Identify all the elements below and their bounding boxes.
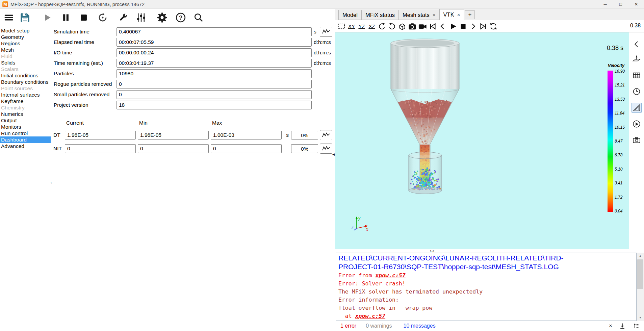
sidebar-item-point-sources[interactable]: Point sources (0, 85, 51, 92)
plot-dt-button[interactable] (320, 130, 332, 140)
rogue-particles-field[interactable] (117, 80, 312, 88)
tab-close-icon[interactable]: × (457, 12, 460, 18)
settings-button[interactable] (156, 10, 168, 25)
particles-field[interactable] (117, 69, 312, 78)
minimize-button[interactable]: ─ (597, 0, 613, 8)
sidebar-item-mesh[interactable]: Mesh (0, 47, 51, 53)
help-button[interactable]: ? (175, 10, 187, 25)
tab-close-icon[interactable]: × (433, 12, 436, 18)
small-particles-field[interactable] (117, 90, 312, 99)
elapsed-real-time-field[interactable] (117, 38, 312, 47)
view-xz-button[interactable]: XZ (367, 22, 377, 31)
play-animation-button[interactable] (448, 22, 458, 31)
sidebar-item-chemistry[interactable]: Chemistry (0, 104, 51, 111)
sidebar-item-run-control[interactable]: Run control (0, 130, 51, 136)
animate-button[interactable] (632, 119, 642, 129)
plot-simulation-time-button[interactable] (320, 27, 332, 37)
error-source-link[interactable]: xpow.c:57 (375, 272, 405, 279)
tab-mesh-stats[interactable]: Mesh stats× (398, 10, 440, 20)
dt-max-field[interactable] (211, 131, 282, 139)
console-scrollbar[interactable]: ▲ ▼ (637, 253, 644, 321)
fit-view-button[interactable] (337, 22, 346, 31)
build-button[interactable] (118, 10, 128, 25)
search-button[interactable] (193, 10, 204, 25)
plot-nit-button[interactable] (320, 144, 332, 154)
tab-vtk[interactable]: VTK× (439, 9, 464, 20)
sidebar-splitter[interactable]: ‹ (51, 26, 53, 331)
menu-button[interactable] (3, 10, 15, 25)
stop-animation-button[interactable] (458, 22, 468, 31)
screenshot-button[interactable] (408, 22, 417, 31)
view-xy-button[interactable]: XY (347, 22, 356, 31)
first-frame-button[interactable] (428, 22, 437, 31)
window-title: MFiX-SQP - hopper-SQP-test.mfx, RUNNING,… (10, 2, 145, 7)
rotate-left-button[interactable] (377, 22, 387, 31)
vtk-viewport[interactable]: 0.38 s Velocity 16.90 15.21 13.53 11.84 … (335, 32, 629, 249)
slice-plane-button[interactable] (632, 54, 642, 64)
scroll-to-top-button[interactable] (633, 323, 639, 329)
measure-button[interactable] (632, 103, 642, 113)
sidebar-item-initial-conditions[interactable]: Initial conditions (0, 72, 51, 79)
sidebar-collapse-handle[interactable]: ‹ (51, 180, 52, 184)
last-frame-button[interactable] (479, 22, 488, 31)
stat-table-header: Current Min Max (53, 120, 332, 126)
collapse-side-panel-button[interactable] (632, 39, 642, 49)
record-video-button[interactable] (418, 22, 427, 31)
scroll-down-button[interactable]: ▼ (637, 314, 644, 321)
sidebar-item-geometry[interactable]: Geometry (0, 34, 51, 40)
save-log-button[interactable] (619, 323, 626, 329)
close-button[interactable]: × (628, 0, 644, 8)
scrollbar-track[interactable] (637, 259, 644, 314)
sidebar-item-boundary-conditions[interactable]: Boundary conditions (0, 79, 51, 85)
pause-button[interactable] (60, 10, 71, 25)
simulation-time-field[interactable] (117, 27, 312, 36)
scroll-up-button[interactable]: ▲ (637, 253, 644, 259)
parameters-button[interactable] (135, 10, 147, 25)
maximize-button[interactable]: □ (613, 0, 628, 8)
panel-splitter[interactable]: ◀ (332, 9, 335, 331)
stop-button[interactable] (79, 10, 88, 25)
sidebar-item-advanced[interactable]: Advanced (0, 143, 51, 149)
nit-min-field[interactable] (138, 144, 209, 153)
save-button[interactable] (19, 10, 31, 25)
reset-button[interactable] (97, 10, 108, 25)
playback-speed-value[interactable]: 0.38 (630, 23, 641, 29)
mesh-grid-button[interactable] (632, 70, 642, 80)
sidebar-item-monitors[interactable]: Monitors (0, 124, 51, 130)
refresh-button[interactable] (489, 22, 498, 31)
view-yz-button[interactable]: YZ (357, 22, 366, 31)
time-remaining-field[interactable] (117, 59, 312, 68)
time-controls-button[interactable] (632, 86, 642, 97)
io-time-field[interactable] (117, 48, 312, 57)
tab-mfix-status[interactable]: MFiX status (361, 10, 399, 20)
sidebar-item-regions[interactable]: Regions (0, 40, 51, 47)
project-version-field[interactable] (117, 101, 312, 109)
nit-max-field[interactable] (211, 144, 282, 153)
console-splitter-handle[interactable]: ∧∧ (430, 249, 435, 253)
run-button[interactable] (42, 10, 52, 25)
sidebar-item-output[interactable]: Output (0, 117, 51, 124)
scrollbar-thumb[interactable] (637, 259, 643, 289)
sidebar-item-fluid[interactable]: Fluid (0, 53, 51, 59)
clear-console-button[interactable]: × (609, 323, 612, 329)
error-source-link[interactable]: xpow.c:57 (355, 313, 385, 319)
dt-min-field[interactable] (138, 131, 209, 139)
sidebar-item-dashboard[interactable]: Dashboard (0, 136, 51, 143)
previous-frame-button[interactable] (438, 22, 447, 31)
sidebar-item-solids[interactable]: Solids (0, 59, 51, 66)
snapshot-button[interactable] (632, 135, 642, 145)
tab-model[interactable]: Model (338, 10, 362, 20)
new-tab-button[interactable]: + (465, 10, 475, 19)
sidebar-item-scalars[interactable]: Scalars (0, 66, 51, 72)
sidebar-item-model-setup[interactable]: Model setup (0, 27, 51, 34)
console-splitter[interactable]: ∧∧ (335, 249, 644, 253)
sidebar-item-internal-surfaces[interactable]: Internal surfaces (0, 92, 51, 98)
perspective-button[interactable] (397, 22, 407, 31)
panel-collapse-handle[interactable]: ◀ (332, 152, 335, 156)
sidebar-item-keyframe[interactable]: Keyframe (0, 98, 51, 104)
next-frame-button[interactable] (468, 22, 478, 31)
nit-current-field[interactable] (65, 144, 136, 153)
dt-current-field[interactable] (65, 131, 136, 139)
rotate-right-button[interactable] (387, 22, 397, 31)
sidebar-item-numerics[interactable]: Numerics (0, 111, 51, 117)
